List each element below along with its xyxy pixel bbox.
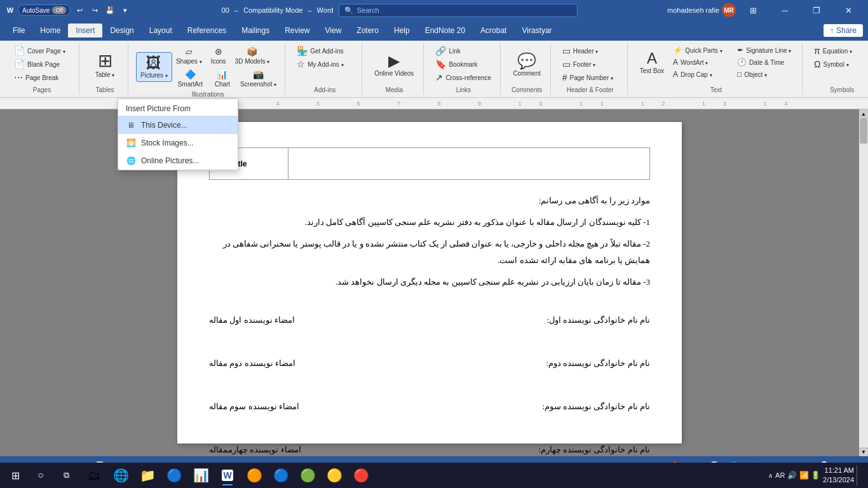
drop-cap-button[interactable]: A Drop Cap ▾	[669, 69, 733, 80]
chart-button[interactable]: 📊 Chart	[208, 67, 236, 90]
tab-review[interactable]: Review	[277, 24, 317, 37]
pictures-icon: 🖼	[146, 55, 161, 71]
online-pictures-item[interactable]: 🌐 Online Pictures...	[118, 152, 238, 170]
taskbar-word[interactable]: W	[215, 464, 240, 487]
comment-button[interactable]: 💬 Comment	[508, 50, 545, 80]
taskbar-app2[interactable]: 🟡	[322, 464, 347, 487]
tab-virastyar[interactable]: Virastyar	[514, 24, 559, 37]
ribbon-content: 📄 Cover Page ▾ 📄 Blank Page ⋯ Page Break…	[0, 41, 868, 98]
author4-sign: امضاء نویسنده چهارممقاله	[209, 442, 301, 456]
illustrations-secondary: ▱ Shapes ▾ ⊛ Icons 📦 3D Models ▾ 🔷	[173, 44, 280, 90]
vertical-scrollbar[interactable]: ▲ ▼	[859, 109, 868, 456]
drop-cap-icon: A	[673, 71, 678, 78]
chart-icon: 📊	[217, 69, 227, 79]
cortana-button[interactable]: ○	[28, 463, 53, 488]
taskbar: ⊞ ○ ⧉ 🗂 🌐 📁 🔵 📊 W 🟠 🔵 🟢 🟡	[0, 463, 868, 488]
3d-models-button[interactable]: 📦 3D Models ▾	[232, 44, 273, 67]
online-pictures-icon: 🌐	[126, 156, 136, 166]
tab-home[interactable]: Home	[32, 24, 68, 37]
taskbar-edge[interactable]: 🌐	[108, 464, 133, 487]
tray-chevron[interactable]: ∧	[768, 472, 773, 479]
online-videos-button[interactable]: ▶ Online Videos	[370, 50, 418, 80]
wordart-button[interactable]: A WordArt ▾	[669, 57, 733, 68]
blank-page-button[interactable]: 📄 Blank Page	[10, 58, 74, 71]
tab-endnote[interactable]: EndNote 20	[417, 24, 473, 37]
taskbar-clock[interactable]: 11:21 AM 2/13/2024	[823, 466, 854, 485]
bookmark-button[interactable]: 🔖 Bookmark	[431, 58, 495, 71]
cover-page-button[interactable]: 📄 Cover Page ▾	[10, 44, 74, 57]
scroll-thumb[interactable]	[860, 118, 867, 144]
links-label: Links	[456, 85, 471, 93]
my-addins-button[interactable]: ☆ My Add-ins ▾	[293, 58, 356, 71]
signature-line-icon: ✒	[737, 46, 743, 54]
symbols-buttons: π Equation ▾ Ω Symbol ▾	[810, 44, 868, 85]
pictures-button[interactable]: 🖼 Pictures ▾	[136, 52, 172, 82]
restore-button[interactable]: ❐	[802, 0, 831, 20]
redo-button[interactable]: ↪	[88, 4, 101, 17]
textbox-button[interactable]: A Text Box	[635, 44, 668, 80]
smartart-button[interactable]: 🔷 SmartArt	[173, 67, 208, 90]
symbol-button[interactable]: Ω Symbol ▾	[810, 58, 868, 71]
taskbar-file-explorer[interactable]: 🗂	[81, 464, 107, 487]
tab-references[interactable]: References	[180, 24, 234, 37]
addins-buttons: 🏪 Get Add-ins ☆ My Add-ins ▾	[293, 44, 356, 85]
minimize-button[interactable]: ─	[770, 0, 799, 20]
tab-layout[interactable]: Layout	[142, 24, 180, 37]
cross-reference-button[interactable]: ↗ Cross-reference	[431, 71, 495, 84]
search-bar[interactable]: 🔍 Search	[339, 4, 578, 17]
shapes-button[interactable]: ▱ Shapes ▾	[173, 44, 205, 67]
scroll-down-button[interactable]: ▼	[859, 447, 868, 456]
get-addins-button[interactable]: 🏪 Get Add-ins	[293, 44, 356, 57]
screenshot-button[interactable]: 📸 Screenshot ▾	[237, 67, 280, 90]
signature-line-button[interactable]: ✒ Signature Line ▾	[733, 44, 797, 56]
start-button[interactable]: ⊞	[3, 463, 28, 488]
header-button[interactable]: ▭ Header ▾	[559, 44, 622, 57]
tab-help[interactable]: Help	[386, 24, 417, 37]
icons-button[interactable]: ⊛ Icons	[206, 44, 231, 67]
taskbar-app3[interactable]: 🔴	[348, 464, 374, 487]
author-row-2: نام نام خانوادگی نویسنده دوم: امضاء نویس…	[209, 355, 650, 372]
taskbar-edge2[interactable]: 🔵	[268, 464, 294, 487]
tab-mailings[interactable]: Mailings	[234, 24, 277, 37]
stock-images-icon: 🌅	[126, 138, 136, 148]
show-desktop-button[interactable]	[857, 465, 860, 485]
share-button[interactable]: ↑ Share	[824, 24, 863, 37]
page-number-button[interactable]: # Page Number ▾	[559, 71, 622, 84]
tab-insert[interactable]: Insert	[68, 24, 102, 37]
author-row-4: نام نام خانوادگی نویسنده چهارم: امضاء نو…	[209, 442, 650, 456]
save-button[interactable]: 💾	[104, 4, 116, 17]
view-toggle-button[interactable]: ⊞	[738, 0, 768, 20]
tab-file[interactable]: File	[5, 24, 32, 37]
taskbar-chrome[interactable]: 🔵	[161, 464, 187, 487]
page-break-button[interactable]: ⋯ Page Break	[10, 71, 74, 84]
close-button[interactable]: ✕	[834, 0, 863, 20]
tab-view[interactable]: View	[318, 24, 349, 37]
object-button[interactable]: □ Object ▾	[733, 69, 797, 80]
equation-button[interactable]: π Equation ▾	[810, 44, 868, 57]
author-row-1: نام نام خانوادگی نویسنده اول: امضاء نویس…	[209, 312, 650, 329]
autosave-label: AutoSave	[22, 7, 50, 14]
tab-zotero[interactable]: Zotero	[349, 24, 386, 37]
scroll-up-button[interactable]: ▲	[859, 109, 868, 118]
scroll-track[interactable]	[859, 118, 868, 447]
stock-images-item[interactable]: 🌅 Stock Images...	[118, 134, 238, 152]
tab-acrobat[interactable]: Acrobat	[473, 24, 514, 37]
illustrations-label: Illustrations	[192, 90, 224, 98]
footer-button[interactable]: ▭ Footer ▾	[559, 58, 622, 71]
tables-group: ⊞ Table ▾ Tables	[82, 43, 128, 95]
link-button[interactable]: 🔗 Link	[431, 44, 495, 57]
quick-parts-button[interactable]: ⚡ Quick Parts ▾	[669, 44, 733, 56]
table-button[interactable]: ⊞ Table ▾	[87, 49, 123, 81]
date-time-button[interactable]: 🕐 Date & Time	[733, 57, 797, 68]
user-badge[interactable]: mohadeseh rafie MR	[667, 3, 736, 17]
taskbar-spotify[interactable]: 🟢	[295, 464, 320, 487]
autosave-toggle[interactable]: AutoSave Off	[18, 4, 71, 16]
undo-button[interactable]: ↩	[73, 4, 86, 17]
this-device-item[interactable]: 🖥 This Device...	[118, 116, 238, 134]
taskbar-excel[interactable]: 📊	[188, 464, 214, 487]
taskbar-folder[interactable]: 📁	[135, 464, 160, 487]
tab-design[interactable]: Design	[102, 24, 141, 37]
taskview-button[interactable]: ⧉	[53, 463, 79, 488]
taskbar-app1[interactable]: 🟠	[241, 464, 267, 487]
customize-qat-button[interactable]: ▾	[119, 4, 132, 17]
